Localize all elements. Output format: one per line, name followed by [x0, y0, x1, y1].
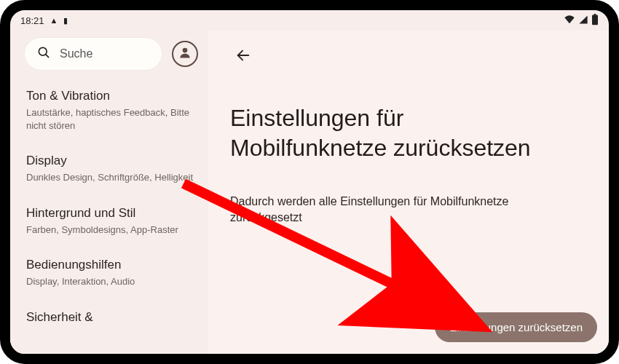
battery-icon: [591, 14, 599, 28]
sidebar-item-subtitle: Farben, Symboldesigns, App-Raster: [26, 223, 197, 237]
arrow-left-icon: [235, 47, 251, 66]
sidebar-item-subtitle: Display, Interaktion, Audio: [26, 275, 197, 288]
signal-icon: [578, 15, 588, 27]
sidebar-item-subtitle: Lautstärke, haptisches Feedback, Bitte n…: [26, 106, 197, 132]
sidebar-item-display[interactable]: Display Dunkles Design, Schriftgröße, He…: [25, 149, 198, 189]
page-description: Dadurch werden alle Einstellungen für Mo…: [230, 194, 536, 226]
notification-icon-2: ▮: [63, 16, 68, 25]
settings-sidebar: Ton & Vibration Lautstärke, haptisches F…: [10, 31, 208, 354]
back-button[interactable]: [230, 44, 256, 70]
sidebar-item-sound[interactable]: Ton & Vibration Lautstärke, haptisches F…: [25, 84, 198, 136]
sidebar-item-subtitle: Dunkles Design, Schriftgröße, Helligkeit: [26, 171, 197, 184]
reset-settings-button[interactable]: Einstellungen zurücksetzen: [435, 312, 597, 342]
status-bar: 18:21 ▲ ▮: [10, 10, 609, 31]
search-field[interactable]: [25, 38, 162, 70]
tablet-frame: 18:21 ▲ ▮: [0, 0, 619, 364]
sidebar-item-label: Hintergrund und Stil: [26, 206, 197, 221]
sidebar-item-label: Ton & Vibration: [26, 89, 197, 103]
page-title: Einstellungen für Mobilfunknetze zurücks…: [230, 103, 536, 163]
sidebar-item-security[interactable]: Sicherheit &: [25, 306, 198, 332]
sidebar-item-label: Display: [26, 154, 197, 168]
wifi-icon: [564, 15, 575, 27]
svg-rect-1: [594, 14, 596, 15]
main-panel: Einstellungen für Mobilfunknetze zurücks…: [208, 31, 609, 354]
status-time: 18:21: [20, 15, 44, 26]
svg-point-4: [183, 48, 188, 53]
sidebar-item-wallpaper[interactable]: Hintergrund und Stil Farben, Symboldesig…: [25, 202, 198, 241]
notification-icon-1: ▲: [50, 16, 58, 25]
search-icon: [36, 45, 51, 63]
settings-nav-list: Ton & Vibration Lautstärke, haptisches F…: [25, 84, 198, 332]
person-icon: [178, 45, 192, 63]
svg-rect-0: [592, 15, 598, 25]
account-avatar-button[interactable]: [172, 41, 198, 67]
sidebar-item-label: Bedienungshilfen: [26, 258, 197, 272]
sidebar-item-accessibility[interactable]: Bedienungshilfen Display, Interaktion, A…: [25, 253, 198, 293]
svg-line-3: [46, 55, 49, 58]
sidebar-item-label: Sicherheit &: [26, 310, 197, 325]
search-input[interactable]: [60, 47, 150, 60]
